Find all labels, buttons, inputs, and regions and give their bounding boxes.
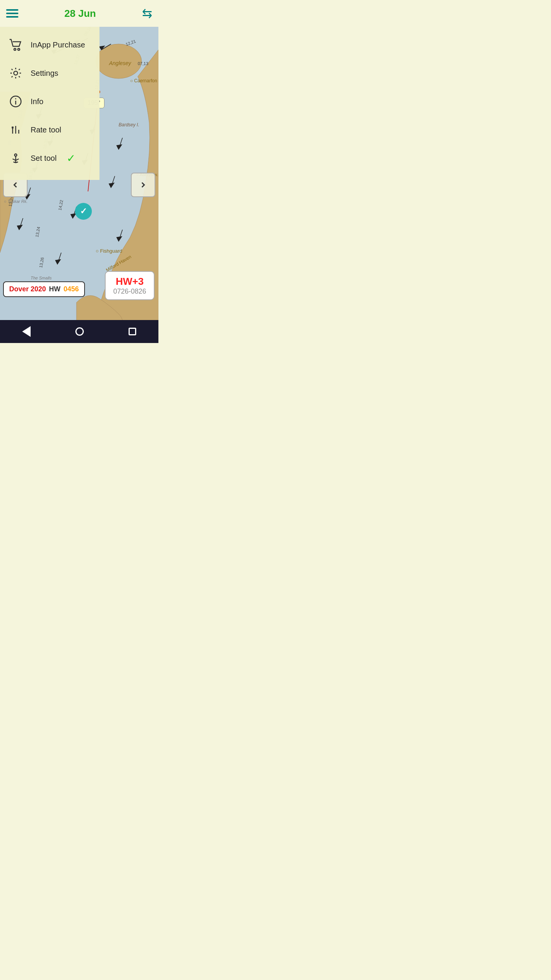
dover-time: 0456	[64, 285, 79, 293]
header: 28 Jun ⇄	[0, 0, 158, 27]
hw-time: 0726-0826	[111, 287, 148, 296]
hw-title: HW+3	[111, 276, 148, 287]
cart-icon	[8, 37, 24, 53]
svg-text:Anglesey: Anglesey	[109, 60, 132, 66]
refresh-button[interactable]: ⇄	[142, 6, 152, 21]
menu-overlay: InApp Purchase Settings Info	[0, 27, 99, 180]
svg-text:○ Fishguard: ○ Fishguard	[96, 248, 122, 254]
bottom-nav	[0, 320, 158, 343]
back-button[interactable]	[22, 326, 31, 337]
menu-item-inapp-label: InApp Purchase	[31, 41, 85, 49]
dover-bar: Dover 2020 HW 0456	[3, 281, 85, 297]
hw-badge: HW+3 0726-0826	[105, 271, 155, 300]
home-button[interactable]	[75, 327, 84, 336]
svg-point-5	[15, 98, 16, 100]
svg-point-2	[14, 71, 18, 75]
menu-item-set-label: Set tool	[31, 154, 57, 163]
menu-item-settings-label: Settings	[31, 69, 58, 78]
svg-point-0	[14, 49, 16, 51]
location-marker	[75, 203, 92, 220]
svg-text:The Smalls: The Smalls	[31, 276, 52, 280]
svg-text:○ Tuskar Rk.: ○ Tuskar Rk.	[4, 199, 28, 204]
svg-text:Bardsey I.: Bardsey I.	[119, 122, 139, 127]
info-icon	[8, 93, 24, 109]
recent-button[interactable]	[129, 328, 136, 335]
menu-item-info-label: Info	[31, 97, 43, 106]
svg-text:07,13: 07,13	[138, 61, 148, 66]
rate-icon	[8, 122, 24, 138]
menu-item-rate-label: Rate tool	[31, 126, 61, 134]
menu-item-set[interactable]: Set tool ✓	[0, 144, 99, 172]
dover-hw: HW	[49, 285, 60, 293]
gear-icon	[8, 65, 24, 81]
menu-item-inapp[interactable]: InApp Purchase	[0, 31, 99, 59]
header-date: 28 Jun	[64, 8, 96, 20]
svg-text:○ Caernarfon: ○ Caernarfon	[130, 78, 157, 83]
menu-item-settings[interactable]: Settings	[0, 59, 99, 87]
nav-next-button[interactable]	[131, 173, 155, 197]
set-icon	[8, 150, 24, 166]
svg-point-11	[15, 154, 17, 156]
menu-item-rate[interactable]: Rate tool	[0, 116, 99, 144]
dover-label: Dover 2020	[9, 285, 46, 293]
svg-point-1	[18, 49, 20, 51]
set-tool-checkmark: ✓	[67, 152, 75, 165]
menu-button[interactable]	[6, 9, 18, 18]
menu-item-info[interactable]: Info	[0, 87, 99, 116]
